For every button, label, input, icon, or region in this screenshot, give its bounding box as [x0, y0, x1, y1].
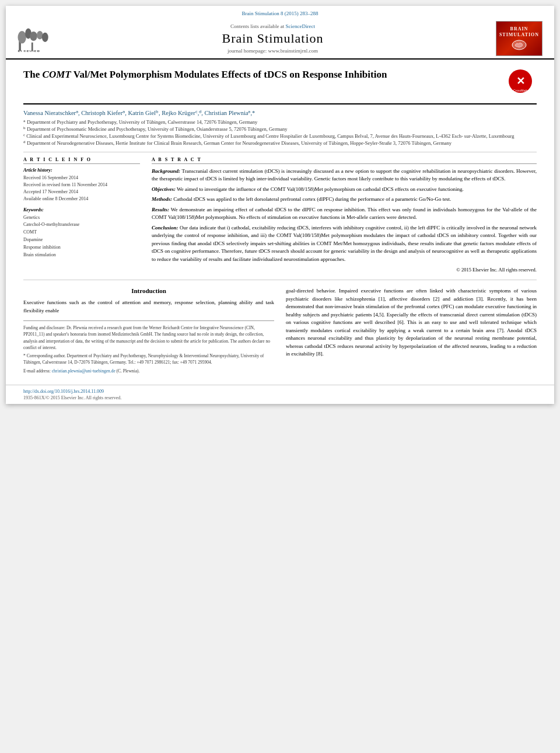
bottom-bar: http://dx.doi.org/10.1016/j.brs.2014.11.… — [6, 385, 554, 404]
footnote-corresponding: * Corresponding author. Department of Ps… — [23, 353, 274, 366]
revised-date: Received in revised form 11 November 201… — [23, 182, 140, 189]
journal-title-block: Contents lists available at ScienceDirec… — [50, 23, 496, 54]
info-abstract-section: A R T I C L E I N F O Article history: R… — [23, 157, 537, 273]
article-title: The COMT Val/Met Polymorphism Modulates … — [23, 68, 502, 81]
section-divider — [23, 280, 537, 280]
abstract-objectives: Objectives: We aimed to investigate the … — [152, 186, 537, 194]
affil-a: ᵃ Department of Psychiatry and Psychothe… — [23, 119, 537, 126]
abstract-label: A B S T R A C T — [152, 157, 537, 164]
keyword-response-inhibition: Response inhibition — [23, 244, 140, 252]
abstract-results: Results: We demonstrate an impairing eff… — [152, 206, 537, 222]
journal-meta-row: ELSEVIER Contents lists available at Sci… — [18, 19, 542, 58]
article-info-column: A R T I C L E I N F O Article history: R… — [23, 157, 140, 273]
journal-header: Brain Stimulation 8 (2015) 283–288 ELSEV… — [6, 6, 554, 60]
affil-d: ᵈ Department of Neurodegenerative Diseas… — [23, 140, 537, 147]
keyword-dopamine: Dopamine — [23, 236, 140, 244]
abstract-methods: Methods: Cathodal tDCS was applied to th… — [152, 196, 537, 204]
intro-col-left: Introduction Executive functions such as… — [23, 287, 274, 376]
svg-point-5 — [42, 32, 48, 41]
doi-link[interactable]: http://dx.doi.org/10.1016/j.brs.2014.11.… — [23, 389, 104, 394]
crossmark[interactable]: ✕ CrossMark — [508, 68, 537, 97]
keywords-section: Keywords: Genetics Catechol-O-methyltran… — [23, 207, 140, 259]
brain-stimulation-logo: BRAINSTIMULATION — [496, 21, 542, 56]
received-date: Received 16 September 2014 — [23, 175, 140, 182]
footnote-funding: Funding and disclosure: Dr. Plewnia rece… — [23, 325, 274, 351]
brain-icon — [510, 39, 528, 51]
abstract-column: A B S T R A C T Background: Transcranial… — [152, 157, 537, 273]
article-info: Article history: Received 16 September 2… — [23, 168, 140, 203]
elsevier-tree-icon: ELSEVIER — [18, 26, 50, 52]
affiliations: ᵃ Department of Psychiatry and Psychothe… — [23, 119, 537, 152]
abstract-background: Background: Transcranial direct current … — [152, 168, 537, 183]
intro-text-left: Executive functions such as the control … — [23, 299, 274, 315]
article-title-section: The COMT Val/Met Polymorphism Modulates … — [23, 68, 537, 104]
online-date: Available online 8 December 2014 — [23, 196, 140, 203]
email-link[interactable]: christian.plewnia@uni-tuebingen.de — [52, 368, 116, 374]
issn-line: 1935-861X/© 2015 Elsevier Inc. All right… — [23, 395, 537, 400]
keywords-label: Keywords: — [23, 207, 140, 212]
copyright: © 2015 Elsevier Inc. All rights reserved… — [152, 267, 537, 273]
journal-title: Brain Stimulation — [50, 31, 496, 46]
article-title-text: The COMT Val/Met Polymorphism Modulates … — [23, 68, 502, 81]
svg-text:✕: ✕ — [516, 75, 525, 87]
svg-point-1 — [18, 31, 26, 44]
footnote-email: E-mail address: christian.plewnia@uni-tu… — [23, 368, 274, 374]
svg-point-3 — [30, 31, 37, 40]
svg-text:ELSEVIER: ELSEVIER — [18, 49, 40, 51]
keyword-comt: COMT — [23, 229, 140, 236]
article-content: The COMT Val/Met Polymorphism Modulates … — [6, 60, 554, 385]
intro-heading: Introduction — [23, 287, 274, 294]
keyword-brain-stimulation: Brain stimulation — [23, 252, 140, 259]
accepted-date: Accepted 17 November 2014 — [23, 189, 140, 196]
keyword-comt-full: Catechol-O-methyltransferase — [23, 221, 140, 229]
abstract-conclusion: Conclusion: Our data indicate that i) ca… — [152, 224, 537, 264]
elsevier-logo: ELSEVIER — [18, 26, 50, 52]
journal-homepage: journal homepage: www.brainstimjrnl.com — [50, 48, 496, 54]
science-direct-link[interactable]: ScienceDirect — [286, 23, 315, 29]
doi-line: http://dx.doi.org/10.1016/j.brs.2014.11.… — [23, 389, 537, 394]
history-label: Article history: — [23, 168, 140, 173]
crossmark-icon: ✕ CrossMark — [508, 68, 534, 95]
article-info-label: A R T I C L E I N F O — [23, 157, 140, 164]
abstract-section: Background: Transcranial direct current … — [152, 168, 537, 273]
contents-note: Contents lists available at ScienceDirec… — [50, 23, 496, 29]
svg-text:CrossMark: CrossMark — [513, 89, 528, 92]
affil-b: ᵇ Department of Psychosomatic Medicine a… — [23, 126, 537, 133]
intro-col-right: goal-directed behavior. Impaired executi… — [286, 287, 537, 376]
journal-citation: Brain Stimulation 8 (2015) 283–288 — [18, 11, 542, 16]
intro-text-right: goal-directed behavior. Impaired executi… — [286, 287, 537, 358]
page: Brain Stimulation 8 (2015) 283–288 ELSEV… — [6, 6, 554, 404]
keyword-genetics: Genetics — [23, 214, 140, 222]
introduction-section: Introduction Executive functions such as… — [23, 287, 537, 376]
footnote-section: Funding and disclosure: Dr. Plewnia rece… — [23, 320, 274, 374]
affil-c: ᶜ Clinical and Experimental Neuroscience… — [23, 133, 537, 140]
authors: Vanessa Nieratschkerᵃ, Christoph Kieferᵃ… — [23, 109, 537, 116]
